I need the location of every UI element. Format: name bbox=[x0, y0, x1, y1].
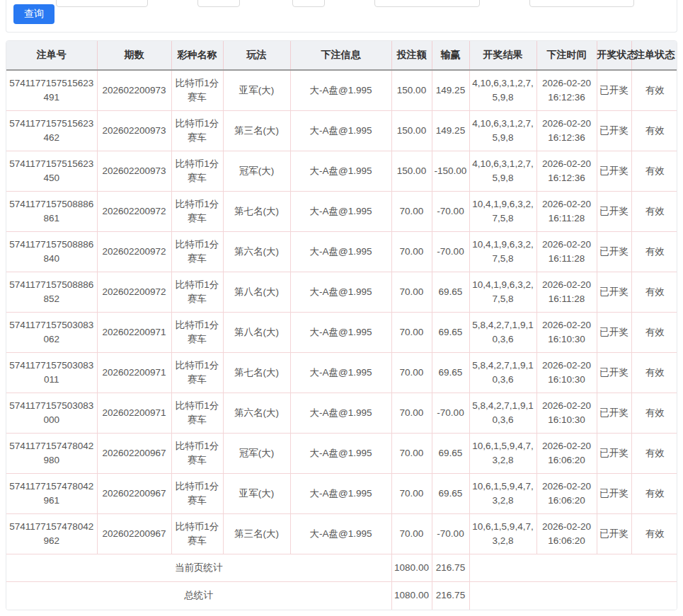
cell-bet-id: 5741177157515623491 bbox=[6, 70, 97, 111]
cell-play-type: 第三名(大) bbox=[223, 514, 290, 554]
cell-bet-info: 大-A盘@1.995 bbox=[290, 434, 391, 474]
cell-win-loss: -70.00 bbox=[432, 192, 469, 232]
cell-draw-result: 4,10,6,3,1,2,7,5,9,8 bbox=[469, 111, 536, 151]
filter-input-2[interactable] bbox=[197, 0, 240, 7]
summary-empty-cell bbox=[469, 554, 677, 582]
summary-bet-total-total: 1080.00 bbox=[391, 582, 432, 610]
cell-bet-amount: 70.00 bbox=[391, 232, 432, 272]
cell-bet-time: 2026-02-20 16:10:30 bbox=[536, 393, 597, 434]
cell-bet-amount: 70.00 bbox=[391, 272, 432, 313]
filter-input-5[interactable] bbox=[529, 0, 634, 7]
cell-period: 202602200967 bbox=[97, 514, 171, 554]
cell-play-type: 冠军(大) bbox=[223, 434, 290, 474]
cell-lottery-name: 比特币1分赛车 bbox=[171, 353, 223, 393]
cell-bet-id: 5741177157503083000 bbox=[6, 393, 97, 434]
cell-draw-result: 4,10,6,3,1,2,7,5,9,8 bbox=[469, 70, 536, 111]
cell-lottery-name: 比特币1分赛车 bbox=[171, 232, 223, 272]
cell-bet-time: 2026-02-20 16:11:28 bbox=[536, 192, 597, 232]
filter-input-4[interactable] bbox=[374, 0, 480, 7]
cell-play-type: 第八名(大) bbox=[223, 272, 290, 313]
cell-period: 202602200972 bbox=[97, 232, 171, 272]
cell-bet-status: 有效 bbox=[631, 393, 677, 434]
cell-bet-id: 5741177157478042962 bbox=[6, 514, 97, 554]
cell-lottery-name: 比特币1分赛车 bbox=[171, 393, 223, 434]
cell-draw-status: 已开奖 bbox=[597, 393, 631, 434]
column-header-bet-status: 注单状态 bbox=[631, 41, 677, 70]
filter-panel: 查询 bbox=[6, 0, 677, 33]
column-header-bet-time: 下注时间 bbox=[536, 41, 597, 70]
cell-bet-time: 2026-02-20 16:11:28 bbox=[536, 272, 597, 313]
cell-bet-status: 有效 bbox=[631, 313, 677, 353]
cell-bet-status: 有效 bbox=[631, 70, 677, 111]
cell-bet-info: 大-A盘@1.995 bbox=[290, 111, 391, 151]
cell-bet-info: 大-A盘@1.995 bbox=[290, 313, 391, 353]
cell-bet-status: 有效 bbox=[631, 353, 677, 393]
cell-draw-status: 已开奖 bbox=[597, 70, 631, 111]
cell-bet-time: 2026-02-20 16:12:36 bbox=[536, 111, 597, 151]
summary-winloss-total-total: 216.75 bbox=[432, 582, 469, 610]
cell-bet-time: 2026-02-20 16:06:20 bbox=[536, 434, 597, 474]
cell-bet-id: 5741177157503083062 bbox=[6, 313, 97, 353]
column-header-play-type: 玩法 bbox=[223, 41, 290, 70]
column-header-bet-info: 下注信息 bbox=[290, 41, 391, 70]
cell-period: 202602200973 bbox=[97, 151, 171, 192]
cell-bet-info: 大-A盘@1.995 bbox=[290, 353, 391, 393]
cell-play-type: 冠军(大) bbox=[223, 151, 290, 192]
cell-period: 202602200972 bbox=[97, 192, 171, 232]
cell-draw-result: 10,4,1,9,6,3,2,7,5,8 bbox=[469, 272, 536, 313]
cell-draw-status: 已开奖 bbox=[597, 353, 631, 393]
cell-draw-status: 已开奖 bbox=[597, 111, 631, 151]
cell-draw-status: 已开奖 bbox=[597, 313, 631, 353]
cell-bet-info: 大-A盘@1.995 bbox=[290, 70, 391, 111]
cell-bet-id: 5741177157478042980 bbox=[6, 434, 97, 474]
table-summary: 当前页统计 1080.00 216.75 总统计 1080.00 216.75 bbox=[6, 554, 677, 610]
summary-row-total: 总统计 1080.00 216.75 bbox=[6, 582, 677, 610]
cell-lottery-name: 比特币1分赛车 bbox=[171, 313, 223, 353]
cell-period: 202602200971 bbox=[97, 353, 171, 393]
table-row: 5741177157478042980202602200967比特币1分赛车冠军… bbox=[6, 434, 677, 474]
summary-row-current-page: 当前页统计 1080.00 216.75 bbox=[6, 554, 677, 582]
cell-period: 202602200973 bbox=[97, 70, 171, 111]
summary-winloss-total-current-page: 216.75 bbox=[432, 554, 469, 582]
cell-bet-status: 有效 bbox=[631, 474, 677, 514]
cell-play-type: 第六名(大) bbox=[223, 232, 290, 272]
cell-draw-result: 5,8,4,2,7,1,9,10,3,6 bbox=[469, 353, 536, 393]
cell-bet-status: 有效 bbox=[631, 111, 677, 151]
cell-bet-info: 大-A盘@1.995 bbox=[290, 272, 391, 313]
cell-win-loss: 69.65 bbox=[432, 434, 469, 474]
column-header-draw-status: 开奖状态 bbox=[597, 41, 631, 70]
cell-draw-result: 10,6,1,5,9,4,7,3,2,8 bbox=[469, 434, 536, 474]
table-row: 5741177157508886852202602200972比特币1分赛车第八… bbox=[6, 272, 677, 313]
cell-lottery-name: 比特币1分赛车 bbox=[171, 272, 223, 313]
cell-period: 202602200972 bbox=[97, 272, 171, 313]
cell-draw-result: 5,8,4,2,7,1,9,10,3,6 bbox=[469, 313, 536, 353]
cell-bet-info: 大-A盘@1.995 bbox=[290, 474, 391, 514]
cell-win-loss: 69.65 bbox=[432, 272, 469, 313]
cell-draw-status: 已开奖 bbox=[597, 272, 631, 313]
table-row: 5741177157515623450202602200973比特币1分赛车冠军… bbox=[6, 151, 677, 192]
cell-period: 202602200967 bbox=[97, 434, 171, 474]
cell-lottery-name: 比特币1分赛车 bbox=[171, 514, 223, 554]
cell-period: 202602200973 bbox=[97, 111, 171, 151]
cell-draw-result: 5,8,4,2,7,1,9,10,3,6 bbox=[469, 393, 536, 434]
filter-input-3[interactable] bbox=[292, 0, 325, 7]
cell-win-loss: -70.00 bbox=[432, 514, 469, 554]
summary-bet-total-current-page: 1080.00 bbox=[391, 554, 432, 582]
cell-lottery-name: 比特币1分赛车 bbox=[171, 111, 223, 151]
cell-lottery-name: 比特币1分赛车 bbox=[171, 474, 223, 514]
column-header-win-loss: 输赢 bbox=[432, 41, 469, 70]
cell-bet-time: 2026-02-20 16:06:20 bbox=[536, 474, 597, 514]
query-button[interactable]: 查询 bbox=[13, 4, 54, 24]
cell-draw-result: 10,4,1,9,6,3,2,7,5,8 bbox=[469, 192, 536, 232]
cell-bet-id: 5741177157478042961 bbox=[6, 474, 97, 514]
cell-bet-status: 有效 bbox=[631, 514, 677, 554]
table-body: 5741177157515623491202602200973比特币1分赛车亚军… bbox=[6, 70, 677, 554]
column-header-bet-id: 注单号 bbox=[6, 41, 97, 70]
table-row: 5741177157508886840202602200972比特币1分赛车第六… bbox=[6, 232, 677, 272]
cell-draw-status: 已开奖 bbox=[597, 232, 631, 272]
column-header-lottery-name: 彩种名称 bbox=[171, 41, 223, 70]
cell-bet-amount: 150.00 bbox=[391, 111, 432, 151]
filter-input-1[interactable] bbox=[56, 0, 148, 7]
cell-bet-info: 大-A盘@1.995 bbox=[290, 151, 391, 192]
cell-bet-info: 大-A盘@1.995 bbox=[290, 514, 391, 554]
